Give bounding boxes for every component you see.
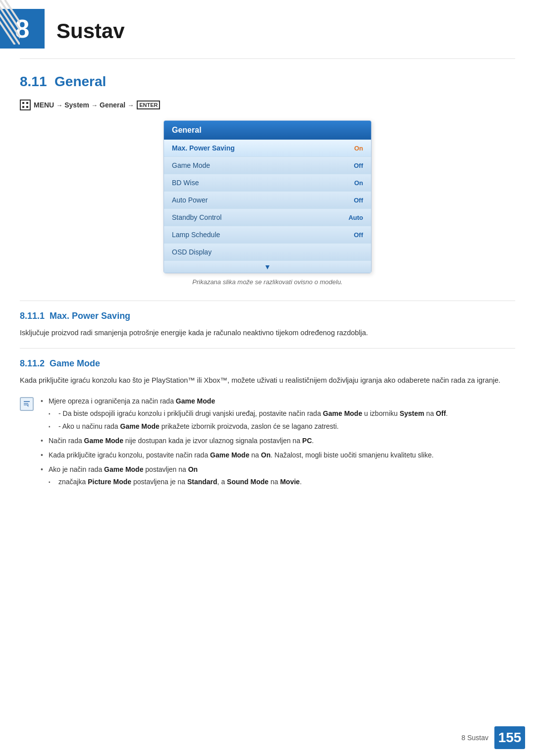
step-general: General	[100, 101, 125, 109]
menu-item-bd-wise[interactable]: BD Wise On	[164, 174, 371, 192]
menu-path: MENU → System → General → ENTER	[20, 100, 515, 110]
page-footer: 8 Sustav 155	[0, 719, 535, 756]
footer-badge: 8 Sustav 155	[462, 726, 525, 749]
item-value-bd-wise: On	[354, 179, 363, 187]
note-item-3: Kada priključite igraću konzolu, postavi…	[41, 450, 515, 460]
enter-icon: ENTER	[137, 101, 160, 109]
menu-item-lamp-schedule[interactable]: Lamp Schedule Off	[164, 226, 371, 244]
ui-menu-header: General	[164, 121, 371, 140]
step-system: System	[64, 101, 89, 109]
scroll-down-icon: ▼	[264, 263, 271, 271]
chapter-title: Sustav	[56, 14, 125, 43]
ui-menu: General Max. Power Saving On Game Mode O…	[163, 120, 372, 273]
menu-icon	[20, 100, 31, 110]
note-icon	[20, 397, 34, 491]
item-label-bd-wise: BD Wise	[172, 179, 199, 187]
svg-rect-10	[24, 403, 28, 404]
menu-item-game-mode[interactable]: Game Mode Off	[164, 157, 371, 174]
note-content: Mjere opreza i ograničenja za način rada…	[41, 396, 515, 491]
ui-menu-container: General Max. Power Saving On Game Mode O…	[20, 120, 515, 273]
ui-menu-footer: ▼	[164, 261, 371, 273]
menu-label: MENU	[34, 101, 54, 109]
arrow-2: →	[91, 101, 98, 109]
note-item-4: Ako je način rada Game Mode postavljen n…	[41, 464, 515, 487]
item-label-osd-display: OSD Display	[172, 248, 212, 256]
section-heading: 8.11 General	[20, 74, 515, 90]
item-label-lamp-schedule: Lamp Schedule	[172, 231, 220, 239]
menu-item-auto-power[interactable]: Auto Power Off	[164, 192, 371, 209]
item-value-lamp-schedule: Off	[354, 231, 363, 239]
item-label-game-mode: Game Mode	[172, 161, 210, 169]
svg-rect-7	[22, 106, 24, 108]
subsection-heading-2: 8.11.2 Game Mode	[20, 358, 515, 369]
divider-1	[20, 301, 515, 301]
menu-item-max-power-saving[interactable]: Max. Power Saving On	[164, 140, 371, 157]
note-subitem-1-2: - Ako u načinu rada Game Mode prikažete …	[49, 421, 515, 432]
note-item-2: Način rada Game Mode nije dostupan kada …	[41, 436, 515, 446]
arrow-1: →	[56, 101, 62, 109]
menu-item-standby-control[interactable]: Standby Control Auto	[164, 209, 371, 226]
arrow-3: →	[127, 101, 134, 109]
divider-2	[20, 348, 515, 349]
svg-rect-6	[26, 102, 28, 104]
item-value-game-mode: Off	[354, 162, 363, 169]
menu-item-osd-display[interactable]: OSD Display	[164, 244, 371, 261]
item-value-max-power: On	[354, 145, 363, 152]
note-block: Mjere opreza i ograničenja za način rada…	[20, 396, 515, 491]
chapter-banner: 8 Sustav	[0, 0, 535, 53]
svg-line-2	[5, 0, 20, 45]
svg-line-4	[0, 0, 15, 45]
menu-caption: Prikazana slika može se razlikovati ovis…	[20, 278, 515, 286]
item-label-max-power: Max. Power Saving	[172, 144, 235, 152]
note-item-1: Mjere opreza i ograničenja za način rada…	[41, 396, 515, 432]
footer-text: 8 Sustav	[462, 734, 488, 742]
body-text-2: Kada priključite igraću konzolu kao što …	[20, 375, 515, 386]
svg-rect-5	[22, 102, 24, 104]
body-text-1: Isključuje proizvod radi smanjenja potro…	[20, 327, 515, 338]
note-subitem-1-1: - Da biste odspojili igraću konzolu i pr…	[49, 408, 515, 419]
footer-page-number: 155	[494, 726, 525, 749]
note-subitem-4-1: značajka Picture Mode postavljena je na …	[49, 477, 515, 487]
subsection-heading-1: 8.11.1 Max. Power Saving	[20, 311, 515, 321]
divider-top	[20, 58, 515, 59]
item-value-auto-power: Off	[354, 197, 363, 204]
item-value-standby-control: Auto	[348, 214, 363, 221]
item-label-standby-control: Standby Control	[172, 213, 221, 221]
svg-rect-9	[24, 401, 30, 402]
item-label-auto-power: Auto Power	[172, 196, 208, 204]
svg-rect-8	[26, 106, 28, 108]
decoration-lines	[0, 0, 20, 45]
